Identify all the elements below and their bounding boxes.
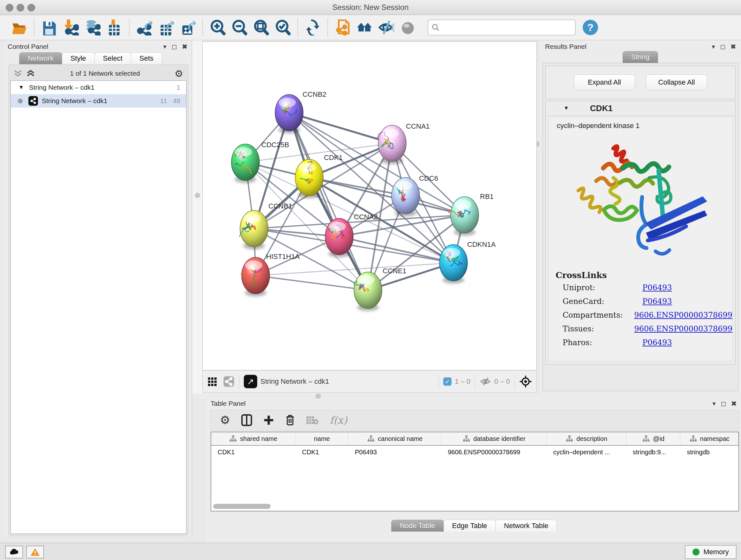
tab-network-table[interactable]: Network Table bbox=[495, 520, 557, 532]
export-network-button[interactable] bbox=[135, 18, 154, 37]
close-panel-icon[interactable]: ✖ bbox=[182, 44, 187, 50]
panel-menu-icon[interactable]: ▾ bbox=[712, 44, 715, 50]
network-edge[interactable] bbox=[289, 113, 368, 290]
panel-menu-icon[interactable]: ▾ bbox=[163, 44, 166, 50]
network-view-canvas[interactable]: CCNB2CCNA1CDC25BCDK1CDC6RB1CCNB1CCNA2CDK… bbox=[202, 42, 537, 370]
zoom-out-button[interactable] bbox=[230, 18, 249, 37]
crosslink-link[interactable]: P06493 bbox=[643, 297, 672, 306]
panel-menu-icon[interactable]: ▾ bbox=[713, 400, 716, 407]
memory-button[interactable]: Memory bbox=[685, 545, 737, 559]
table-cell[interactable]: CDK1 bbox=[211, 446, 295, 458]
tab-string[interactable]: String bbox=[623, 51, 658, 63]
network-node-RB1[interactable]: RB1 bbox=[449, 192, 494, 236]
splitter-handle[interactable] bbox=[316, 394, 321, 399]
enhanced-graphics-button[interactable] bbox=[377, 18, 396, 37]
column-header--id[interactable]: @id bbox=[626, 432, 681, 445]
table-cell[interactable]: P06493 bbox=[348, 446, 441, 458]
network-edge[interactable] bbox=[256, 275, 368, 290]
float-panel-icon[interactable]: ◻ bbox=[721, 400, 726, 407]
export-table-button[interactable] bbox=[156, 18, 176, 37]
float-panel-icon[interactable]: ◻ bbox=[172, 44, 177, 50]
column-header-name[interactable]: name bbox=[295, 432, 348, 445]
tab-network[interactable]: Network bbox=[19, 52, 62, 64]
close-panel-icon[interactable]: ✖ bbox=[731, 400, 737, 407]
node-label-HIST1H1A: HIST1H1A bbox=[266, 253, 300, 260]
splitter-handle[interactable] bbox=[195, 193, 200, 198]
expand-all-button[interactable]: Expand All bbox=[574, 74, 635, 90]
column-header-description[interactable]: description bbox=[547, 432, 626, 445]
node-table[interactable]: shared namenamecanonical namedatabase id… bbox=[211, 432, 739, 511]
import-network-from-database-button[interactable] bbox=[83, 18, 102, 37]
table-cell[interactable]: cyclin–dependent ... bbox=[547, 446, 626, 458]
tab-sets[interactable]: Sets bbox=[131, 52, 162, 64]
crosslink-link[interactable]: P06493 bbox=[643, 338, 672, 347]
collapse-all-networks-icon[interactable] bbox=[13, 69, 23, 78]
network-options-gear-icon[interactable]: ⚙ bbox=[175, 68, 183, 79]
function-builder-icon[interactable]: f(x) bbox=[330, 414, 347, 426]
search-input[interactable] bbox=[440, 23, 572, 32]
cloud-status-button[interactable] bbox=[5, 546, 23, 558]
network-node-CCNA1[interactable]: CCNA1 bbox=[377, 122, 430, 164]
network-share-icon[interactable] bbox=[223, 376, 234, 387]
table-cell[interactable]: 9606.ENSP00000378699 bbox=[441, 446, 547, 458]
vertical-splitter[interactable] bbox=[192, 40, 202, 398]
open-in-browser-icon[interactable]: ↗ bbox=[244, 375, 257, 388]
network-node-CDKN1A[interactable]: CDKN1A bbox=[440, 240, 496, 284]
save-session-button[interactable] bbox=[40, 18, 59, 37]
network-row-selected[interactable]: String Network – cdk1 11 48 bbox=[11, 94, 186, 108]
refresh-button[interactable] bbox=[303, 18, 322, 37]
collapse-protein-icon[interactable]: ▼ bbox=[563, 105, 569, 111]
main-toolbar: ? bbox=[0, 15, 741, 40]
collapse-all-button[interactable]: Collapse All bbox=[646, 74, 707, 90]
show-glass-ball-button[interactable] bbox=[398, 18, 417, 37]
zoom-selected-button[interactable] bbox=[273, 18, 292, 37]
horizontal-splitter[interactable] bbox=[192, 393, 741, 398]
float-panel-icon[interactable]: ◻ bbox=[720, 44, 726, 50]
network-edge[interactable] bbox=[289, 113, 392, 143]
search-box[interactable] bbox=[428, 19, 576, 36]
delete-column-trash-icon[interactable] bbox=[285, 414, 295, 426]
column-header-canonical-name[interactable]: canonical name bbox=[348, 432, 441, 445]
string-home-button[interactable] bbox=[355, 18, 374, 37]
network-edge[interactable] bbox=[339, 237, 454, 263]
tab-select[interactable]: Select bbox=[94, 52, 131, 64]
hidden-eye-slash-icon[interactable] bbox=[480, 377, 491, 386]
close-panel-icon[interactable]: ✖ bbox=[731, 44, 736, 50]
network-node-CDC25B[interactable]: CDC25B bbox=[231, 141, 289, 183]
network-node-CCNE1[interactable]: CCNE1 bbox=[354, 267, 407, 311]
warning-status-button[interactable] bbox=[26, 546, 44, 558]
table-cell[interactable]: CDK1 bbox=[295, 446, 348, 458]
horizontal-scrollbar-thumb[interactable] bbox=[213, 504, 271, 509]
tab-edge-table[interactable]: Edge Table bbox=[444, 520, 496, 532]
network-node-CCNB1[interactable]: CCNB1 bbox=[239, 202, 292, 249]
share-current-document-button[interactable] bbox=[333, 18, 352, 37]
column-header-shared-name[interactable]: shared name bbox=[211, 432, 295, 445]
open-session-button[interactable] bbox=[10, 18, 29, 37]
zoom-in-button[interactable] bbox=[208, 18, 227, 37]
birdseye-view-icon[interactable] bbox=[207, 376, 218, 387]
crosslink-link[interactable]: 9606.ENSP00000378699 bbox=[634, 324, 732, 333]
network-collection-row[interactable]: ▼ String Network – cdk1 1 bbox=[11, 81, 186, 94]
import-table-from-file-button[interactable] bbox=[105, 18, 124, 37]
column-header-namespac[interactable]: namespac bbox=[680, 432, 738, 445]
show-columns-icon[interactable] bbox=[241, 414, 253, 427]
expand-all-networks-icon[interactable] bbox=[26, 69, 36, 78]
tab-node-table[interactable]: Node Table bbox=[391, 520, 444, 532]
crosslink-link[interactable]: 9606.ENSP00000378699 bbox=[634, 311, 732, 320]
tab-style[interactable]: Style bbox=[62, 52, 95, 64]
table-cell[interactable]: stringdb:9... bbox=[626, 446, 681, 458]
network-node-CCNB2[interactable]: CCNB2 bbox=[275, 90, 327, 133]
table-options-gear-icon[interactable]: ⚙ bbox=[220, 415, 230, 426]
export-image-button[interactable] bbox=[178, 18, 197, 37]
table-cell[interactable]: stringdb bbox=[680, 446, 738, 458]
zoom-fit-button[interactable] bbox=[252, 18, 271, 37]
selected-checkbox-icon[interactable]: ✓ bbox=[443, 377, 452, 386]
help-button[interactable]: ? bbox=[581, 18, 600, 37]
crosslink-link[interactable]: P06493 bbox=[643, 283, 672, 292]
column-header-database-identifier[interactable]: database identifier bbox=[441, 432, 547, 445]
import-network-from-file-button[interactable] bbox=[61, 18, 80, 37]
network-node-CDK1[interactable]: CDK1 bbox=[295, 153, 343, 198]
fit-selected-crosshair-icon[interactable] bbox=[519, 375, 532, 388]
delete-table-icon[interactable] bbox=[306, 415, 319, 425]
create-column-plus-icon[interactable] bbox=[263, 415, 274, 426]
